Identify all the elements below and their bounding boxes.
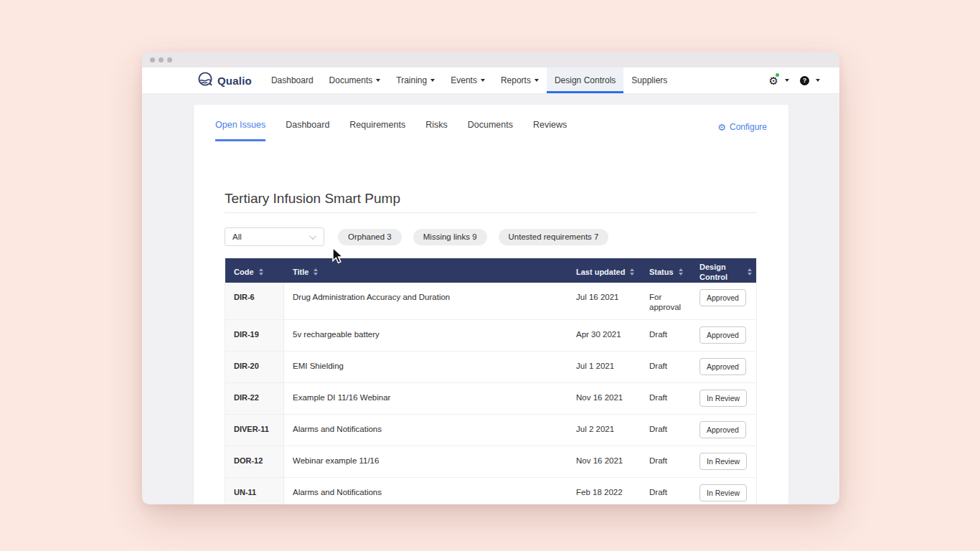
- configure-label: Configure: [730, 122, 767, 132]
- status-cell: Draft: [641, 320, 691, 351]
- configure-gear-icon: ⚙: [717, 123, 726, 132]
- column-header-label: Code: [234, 267, 254, 277]
- chevron-down-icon: [309, 232, 316, 240]
- tab-documents[interactable]: Documents: [468, 120, 513, 141]
- code-cell: DIR-6: [225, 283, 284, 319]
- settings-gear-icon: ⚙: [769, 75, 778, 86]
- tab-risks[interactable]: Risks: [425, 120, 448, 141]
- qualio-logo[interactable]: Qualio: [197, 67, 252, 93]
- sort-icon: [630, 268, 634, 276]
- filter-select[interactable]: All: [225, 227, 324, 246]
- last-updated-cell: Apr 30 2021: [567, 320, 641, 351]
- column-header-label: Design Control: [699, 262, 743, 282]
- tab-dashboard[interactable]: Dashboard: [286, 120, 329, 141]
- sort-up-arrow: [259, 268, 263, 271]
- chevron-down-icon: [534, 79, 539, 82]
- window-control-dot[interactable]: [159, 57, 164, 62]
- filter-chip-missing-links-9[interactable]: Missing links 9: [413, 229, 487, 245]
- sort-up-arrow: [679, 268, 683, 271]
- table-header: CodeTitleLast updatedStatusDesign Contro…: [225, 258, 756, 283]
- status-cell: Draft: [641, 478, 691, 504]
- status-cell: Draft: [641, 352, 691, 382]
- nav-item-label: Suppliers: [631, 75, 667, 85]
- design-control-cell: In Review: [691, 383, 756, 414]
- column-header-label: Title: [293, 267, 308, 277]
- design-controls-card: Open IssuesDashboardRequirementsRisksDoc…: [194, 105, 788, 504]
- table-row[interactable]: DIR-195v rechargeable batteryApr 30 2021…: [225, 320, 756, 352]
- chevron-down-icon: [376, 79, 380, 82]
- nav-item-suppliers[interactable]: Suppliers: [623, 67, 675, 93]
- nav-item-events[interactable]: Events: [443, 67, 493, 93]
- sort-down-arrow: [630, 273, 634, 276]
- column-header-status[interactable]: Status: [641, 258, 691, 284]
- filter-chip-orphaned-3[interactable]: Orphaned 3: [338, 229, 402, 245]
- page-title: Tertiary Infusion Smart Pump: [225, 191, 757, 207]
- code-cell: DIR-19: [225, 320, 284, 351]
- sort-down-arrow: [748, 273, 752, 276]
- window-control-dot[interactable]: [167, 57, 172, 62]
- chevron-down-icon: [816, 79, 820, 82]
- help-icon: ?: [800, 76, 809, 85]
- design-control-badge[interactable]: Approved: [699, 289, 746, 306]
- last-updated-cell: Nov 16 2021: [567, 383, 641, 414]
- filter-chips: Orphaned 3Missing links 9Untested requir…: [338, 229, 608, 245]
- card-inner: Tertiary Infusion Smart Pump All Orphane…: [194, 191, 788, 504]
- title-cell: Webinar example 11/16: [284, 446, 567, 477]
- code-cell: DIVER-11: [225, 415, 284, 446]
- status-cell: Draft: [641, 415, 691, 446]
- column-header-title[interactable]: Title: [284, 258, 567, 284]
- design-control-badge[interactable]: Approved: [699, 326, 746, 344]
- issues-table: CodeTitleLast updatedStatusDesign Contro…: [225, 258, 757, 504]
- help-menu[interactable]: ?: [800, 76, 820, 85]
- title-divider: [225, 212, 757, 213]
- nav-item-documents[interactable]: Documents: [321, 67, 389, 93]
- nav-item-label: Reports: [501, 75, 531, 85]
- status-cell: Draft: [641, 446, 691, 477]
- design-control-cell: Approved: [691, 283, 756, 319]
- design-control-badge[interactable]: In Review: [699, 484, 747, 501]
- nav-item-dashboard[interactable]: Dashboard: [263, 67, 321, 93]
- column-header-last-updated[interactable]: Last updated: [567, 258, 641, 284]
- table-row[interactable]: DIVER-11Alarms and NotificationsJul 2 20…: [225, 415, 756, 446]
- column-header-label: Status: [649, 267, 674, 277]
- column-header-code[interactable]: Code: [225, 258, 284, 284]
- design-control-badge[interactable]: Approved: [699, 421, 746, 438]
- nav-item-label: Training: [396, 75, 427, 85]
- nav-item-design-controls[interactable]: Design Controls: [547, 67, 623, 93]
- sort-down-arrow: [259, 273, 263, 276]
- sort-down-arrow: [679, 273, 683, 276]
- tab-reviews[interactable]: Reviews: [533, 120, 567, 141]
- design-control-badge[interactable]: In Review: [699, 453, 747, 470]
- table-row[interactable]: DIR-22Example DI 11/16 WebinarNov 16 202…: [225, 383, 756, 415]
- nav-item-label: Documents: [329, 75, 373, 85]
- settings-menu[interactable]: ⚙: [769, 75, 789, 86]
- table-row[interactable]: UN-11Alarms and NotificationsFeb 18 2022…: [225, 478, 756, 504]
- sort-up-arrow: [630, 268, 634, 271]
- code-cell: DIR-20: [225, 352, 284, 382]
- code-cell: DOR-12: [225, 446, 284, 477]
- table-row[interactable]: DOR-12Webinar example 11/16Nov 16 2021Dr…: [225, 446, 756, 478]
- nav-item-reports[interactable]: Reports: [493, 67, 547, 93]
- sort-down-arrow: [314, 273, 318, 276]
- last-updated-cell: Jul 2 2021: [567, 415, 641, 446]
- table-row[interactable]: DIR-6Drug Administration Accuracy and Du…: [225, 283, 756, 320]
- sort-up-arrow: [314, 268, 318, 271]
- tab-requirements[interactable]: Requirements: [349, 120, 405, 141]
- filter-chip-untested-requirements-7[interactable]: Untested requirements 7: [499, 229, 609, 245]
- design-control-cell: Approved: [691, 415, 756, 446]
- tab-open-issues[interactable]: Open Issues: [215, 120, 265, 141]
- filter-select-value: All: [232, 232, 242, 241]
- design-control-badge[interactable]: Approved: [699, 358, 746, 375]
- window-titlebar: [142, 52, 839, 67]
- code-cell: UN-11: [225, 478, 284, 504]
- app-navbar: Qualio DashboardDocumentsTrainingEventsR…: [142, 67, 839, 94]
- title-cell: Alarms and Notifications: [284, 478, 567, 504]
- table-row[interactable]: DIR-20EMI ShieldingJul 1 2021DraftApprov…: [225, 352, 756, 383]
- configure-button[interactable]: ⚙ Configure: [717, 122, 767, 141]
- design-control-badge[interactable]: In Review: [699, 390, 747, 407]
- nav-item-training[interactable]: Training: [388, 67, 443, 93]
- window-control-dot[interactable]: [150, 57, 155, 62]
- title-cell: EMI Shielding: [284, 352, 567, 382]
- chevron-down-icon: [430, 79, 435, 82]
- column-header-label: Last updated: [576, 267, 625, 277]
